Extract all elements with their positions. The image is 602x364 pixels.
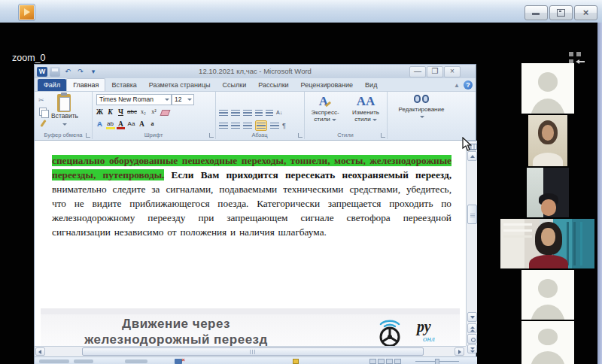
quick-styles-button[interactable]: A Экспресс-стили bbox=[306, 94, 345, 123]
paragraph-group-label: Абзац bbox=[215, 132, 304, 138]
railway-crossing-figure[interactable]: Движение через железнодорожный переезд р… bbox=[41, 314, 460, 346]
decrease-indent-icon[interactable] bbox=[255, 108, 263, 117]
close-button[interactable]: × bbox=[574, 5, 597, 20]
change-case-button[interactable]: Аа bbox=[127, 120, 135, 129]
participant-video[interactable] bbox=[521, 270, 574, 320]
play-icon bbox=[24, 8, 30, 16]
vertical-scrollbar[interactable] bbox=[466, 141, 477, 346]
tab-page-layout[interactable]: Разметка страницы bbox=[143, 79, 217, 91]
word-status-bar bbox=[35, 356, 477, 364]
align-center-icon[interactable] bbox=[231, 121, 240, 130]
text-effects-button[interactable]: А bbox=[96, 120, 104, 129]
paragraph-group: А↓ ¶ Абзац bbox=[215, 92, 305, 139]
participant-video[interactable] bbox=[521, 63, 574, 114]
previous-page-icon[interactable] bbox=[467, 323, 477, 333]
maximize-button[interactable] bbox=[549, 5, 573, 20]
driving-school-logo: ру онл bbox=[370, 317, 457, 346]
superscript-button[interactable]: x² bbox=[150, 108, 158, 117]
avatar-icon bbox=[538, 279, 558, 298]
format-painter-icon[interactable] bbox=[40, 120, 46, 127]
paste-button[interactable]: Вставить bbox=[51, 94, 77, 130]
clipboard-dialog-launcher[interactable] bbox=[86, 133, 90, 138]
ribbon-tabs: Файл Главная Вставка Разметка страницы С… bbox=[35, 78, 476, 92]
tab-mailings[interactable]: Рассылки bbox=[252, 79, 294, 91]
pilcrow-icon[interactable]: ¶ bbox=[282, 121, 286, 130]
styles-dialog-launcher[interactable] bbox=[381, 133, 385, 138]
numbering-icon[interactable] bbox=[231, 108, 240, 117]
paragraph-dialog-launcher[interactable] bbox=[298, 133, 303, 138]
scroll-left-icon[interactable] bbox=[35, 347, 45, 356]
scroll-right-icon[interactable] bbox=[455, 347, 464, 356]
word-restore-button[interactable]: ❐ bbox=[427, 66, 443, 77]
word-titlebar: W ↶ ↷ ▾ 12.10.2021 кл,час - Microsoft Wo… bbox=[35, 65, 476, 79]
tab-references[interactable]: Ссылки bbox=[217, 79, 253, 91]
justify-icon[interactable] bbox=[255, 120, 267, 131]
tab-insert[interactable]: Вставка bbox=[105, 79, 142, 91]
italic-button[interactable]: К bbox=[106, 108, 114, 117]
subscript-button[interactable]: x₂ bbox=[139, 108, 147, 117]
word-window: W ↶ ↷ ▾ 12.10.2021 кл,час - Microsoft Wo… bbox=[34, 64, 476, 364]
print-layout-view-icon[interactable] bbox=[369, 359, 376, 364]
collapse-ribbon-icon[interactable]: ▲ bbox=[454, 82, 460, 89]
change-styles-button[interactable]: AA Изменить стили bbox=[346, 94, 385, 123]
editing-button[interactable]: Редактирование bbox=[387, 95, 456, 120]
zoom-slider-knob[interactable] bbox=[435, 359, 439, 364]
font-group-label: Шрифт bbox=[92, 132, 215, 138]
align-right-icon[interactable] bbox=[243, 121, 252, 130]
increase-indent-icon[interactable] bbox=[266, 108, 273, 117]
web-layout-view-icon[interactable] bbox=[386, 359, 393, 364]
steering-wheel-icon bbox=[370, 317, 409, 346]
outline-view-icon[interactable] bbox=[394, 359, 401, 364]
grow-font-button[interactable]: А bbox=[138, 120, 146, 129]
participant-video[interactable] bbox=[500, 219, 594, 268]
document-page[interactable]: специально оборудованные пешеходные пере… bbox=[35, 141, 466, 346]
ribbon: ✂ Вставить Буфер обмена Times New Roman … bbox=[35, 92, 476, 141]
vertical-scroll-thumb[interactable] bbox=[467, 205, 477, 224]
scroll-down-icon[interactable] bbox=[467, 312, 477, 322]
participant-video[interactable] bbox=[527, 168, 569, 217]
body-text: внимательно следите за сигналами, подава… bbox=[52, 184, 451, 238]
shrink-font-button[interactable]: а bbox=[148, 120, 157, 129]
sort-icon[interactable]: А↓ bbox=[276, 108, 282, 117]
status-text-blob bbox=[125, 359, 147, 363]
video-title: zoom_0 bbox=[12, 53, 45, 63]
copy-icon[interactable] bbox=[39, 108, 47, 116]
help-icon[interactable]: ? bbox=[464, 80, 473, 89]
media-player-icon[interactable] bbox=[18, 4, 35, 21]
tab-view[interactable]: Вид bbox=[359, 79, 383, 91]
bullets-icon[interactable] bbox=[219, 108, 228, 117]
tab-file[interactable]: Файл bbox=[38, 79, 66, 91]
minimize-button[interactable] bbox=[524, 5, 548, 20]
font-name-combobox[interactable]: Times New Roman bbox=[96, 94, 172, 105]
text-highlight-button[interactable]: ab bbox=[106, 120, 114, 129]
align-left-icon[interactable] bbox=[219, 121, 228, 130]
paragraph-text: специально оборудованные пешеходные пере… bbox=[52, 153, 451, 239]
horizontal-scrollbar[interactable] bbox=[35, 346, 466, 356]
scroll-up-icon[interactable] bbox=[467, 151, 477, 161]
tab-review[interactable]: Рецензирование bbox=[295, 79, 360, 91]
underline-button[interactable]: Ч bbox=[117, 108, 125, 117]
macro-record-icon[interactable] bbox=[293, 359, 299, 364]
horizontal-scroll-thumb[interactable] bbox=[82, 347, 424, 356]
cut-icon[interactable]: ✂ bbox=[38, 96, 47, 104]
editing-group: Редактирование bbox=[387, 92, 456, 139]
font-size-combobox[interactable]: 12 bbox=[172, 94, 194, 105]
next-page-icon[interactable] bbox=[467, 344, 477, 353]
fullscreen-view-icon[interactable] bbox=[378, 359, 385, 364]
font-group: Times New Roman 12 Ж К Ч abc x₂ x² А ab bbox=[92, 92, 216, 139]
tab-home[interactable]: Главная bbox=[66, 78, 105, 91]
line-spacing-icon[interactable] bbox=[270, 121, 279, 130]
word-close-button[interactable]: × bbox=[444, 66, 461, 77]
bold-text: Если Вам приходится пересекать неохраняе… bbox=[164, 169, 451, 180]
participant-video[interactable] bbox=[521, 321, 574, 364]
font-color-button[interactable]: А bbox=[117, 120, 125, 129]
clear-formatting-icon[interactable] bbox=[160, 108, 169, 116]
select-browse-object-icon[interactable] bbox=[467, 334, 477, 344]
spellcheck-error-icon[interactable] bbox=[175, 359, 182, 364]
font-dialog-launcher[interactable] bbox=[209, 133, 214, 138]
word-minimize-button[interactable]: — bbox=[409, 66, 426, 77]
multilevel-list-icon[interactable] bbox=[243, 108, 252, 117]
strikethrough-button[interactable]: abc bbox=[127, 108, 137, 117]
participant-video[interactable] bbox=[528, 115, 567, 166]
bold-button[interactable]: Ж bbox=[96, 108, 104, 117]
